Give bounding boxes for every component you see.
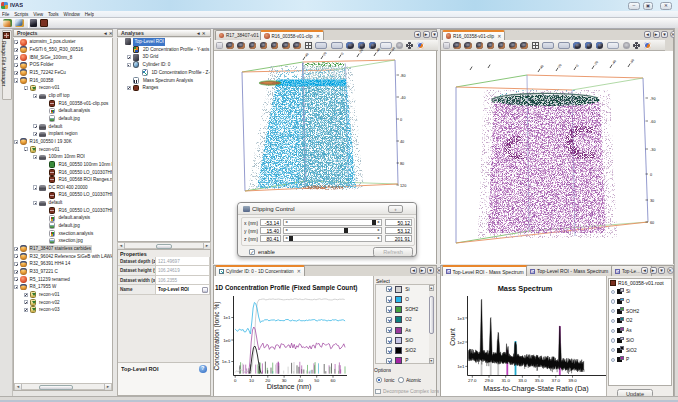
svg-text:50: 50	[314, 378, 319, 383]
svg-text:29.0: 29.0	[485, 378, 494, 383]
svg-text:Mass-to-Charge-State Ratio (Da: Mass-to-Charge-State Ratio (Da)	[483, 384, 588, 393]
svg-text:1e1: 1e1	[223, 315, 231, 320]
svg-text:1e-1: 1e-1	[222, 359, 231, 364]
svg-text:Count: Count	[449, 328, 456, 346]
svg-text:1e0: 1e0	[223, 338, 231, 343]
svg-text:31.0: 31.0	[501, 378, 510, 383]
svg-text:60: 60	[331, 378, 336, 383]
svg-text:33.0: 33.0	[518, 378, 527, 383]
svg-text:20: 20	[265, 378, 270, 383]
svg-text:1D Concentration Profile (Fixe: 1D Concentration Profile (Fixed Sample C…	[215, 284, 357, 292]
svg-text:37.0: 37.0	[552, 378, 561, 383]
svg-text:Distance (nm): Distance (nm)	[267, 382, 312, 391]
svg-text:1e1: 1e1	[457, 364, 465, 369]
svg-text:10: 10	[249, 378, 254, 383]
svg-text:27.0: 27.0	[468, 378, 477, 383]
svg-text:0: 0	[234, 378, 237, 383]
svg-text:Concentration (Ionic %): Concentration (Ionic %)	[213, 302, 221, 371]
svg-text:40: 40	[298, 378, 303, 383]
svg-text:1e2: 1e2	[457, 340, 465, 345]
svg-text:39.0: 39.0	[568, 378, 577, 383]
svg-text:Mass Spectrum: Mass Spectrum	[498, 284, 553, 293]
svg-text:35.0: 35.0	[535, 378, 544, 383]
svg-text:30: 30	[282, 378, 287, 383]
svg-text:1e3: 1e3	[457, 316, 465, 321]
